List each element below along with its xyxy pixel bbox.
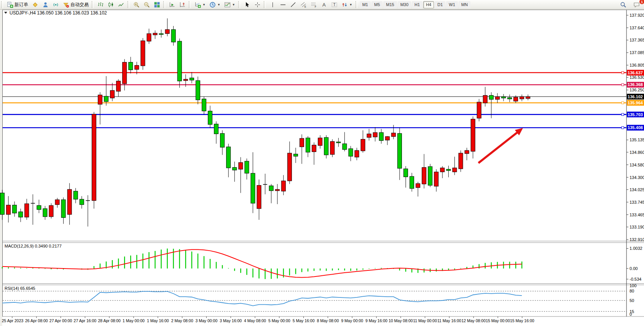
tile-windows-button[interactable] [152, 1, 162, 9]
toolbar-grip[interactable] [264, 1, 266, 8]
channel-button[interactable]: E [299, 1, 308, 9]
time-tick-label: 15 May 00:00 [486, 318, 510, 323]
candle [49, 203, 53, 219]
toolbar-grip[interactable] [189, 1, 191, 8]
arrows-button[interactable]: ▼ [340, 1, 354, 9]
timeframe-button-h1[interactable]: H1 [412, 1, 422, 8]
price-tick-label: 133.190 [630, 225, 644, 229]
toolbar-grip[interactable] [128, 1, 129, 8]
metaeditor-button[interactable] [30, 1, 40, 9]
hline-handle[interactable] [622, 83, 624, 86]
toolbar-grip[interactable] [1, 1, 3, 8]
price-tick-label: 133.745 [630, 200, 644, 205]
hline-handle[interactable] [622, 113, 624, 116]
time-tick-label: 1 May 16:00 [147, 318, 169, 323]
community-button[interactable] [41, 1, 50, 9]
bar-chart-button[interactable] [96, 1, 105, 9]
line-chart-button[interactable] [116, 1, 126, 9]
vline-icon [269, 2, 276, 8]
svg-text:A: A [322, 2, 326, 8]
toolbar: 新订单自动交易▼▼▼EFAT▼M1M5M15M30H1H4D1W1MN1 [0, 0, 644, 10]
cursor-button[interactable] [242, 1, 252, 9]
tile-windows-icon [154, 2, 160, 8]
time-tick-label: 28 Apr 08:00 [98, 318, 121, 323]
time-tick-label: 27 Apr 00:00 [49, 318, 72, 323]
zoom-in-button[interactable] [132, 1, 141, 9]
mt4-window: 新订单自动交易▼▼▼EFAT▼M1M5M15M30H1H4D1W1MN1 137… [0, 0, 644, 326]
vline-button[interactable] [268, 1, 277, 9]
chat-icon [633, 2, 640, 8]
toolbar-group: ▼▼▼ [193, 0, 237, 10]
chevron-down-icon[interactable]: ▼ [349, 3, 352, 6]
bar-chart-icon [97, 2, 104, 8]
autotrading-button[interactable]: 自动交易 [61, 1, 90, 9]
chart-shift-button[interactable] [178, 1, 187, 9]
timeframe-button-w1[interactable]: W1 [446, 1, 458, 8]
zoom-out-button[interactable] [142, 1, 151, 9]
candle [177, 38, 182, 88]
arrows-icon [341, 2, 348, 8]
macd-axis-label: 1.0032 [630, 246, 642, 251]
price-tick-label: 137.920 [630, 13, 644, 18]
price-badge-136.368: 136.368 [627, 82, 644, 88]
chart-shift-icon [179, 2, 186, 8]
auto-scroll-button[interactable] [167, 1, 177, 9]
time-tick-label: 10 May 08:00 [389, 318, 413, 323]
time-tick-label: 12 May 08:00 [461, 318, 486, 323]
timeframe-button-mn[interactable]: MN [459, 1, 470, 8]
hline-handle[interactable] [622, 72, 624, 74]
hline-handle[interactable] [622, 126, 624, 129]
timeframe-button-m30[interactable]: M30 [398, 1, 411, 8]
price-tick-label: 134.300 [630, 175, 644, 180]
timeframe-button-d1[interactable]: D1 [435, 1, 445, 8]
candle [428, 164, 432, 187]
new-chart-button[interactable]: ▼ [193, 1, 207, 9]
toolbar-grip[interactable] [163, 1, 165, 8]
price-tick-label: 134.025 [630, 187, 644, 192]
hline-button[interactable] [278, 1, 288, 9]
price-tick-label: 135.135 [630, 137, 644, 142]
toolbar-grip[interactable] [238, 1, 240, 8]
svg-text:135.408: 135.408 [628, 125, 643, 130]
price-tick-label: 133.465 [630, 213, 644, 217]
label-button[interactable]: T [330, 1, 339, 9]
label-icon: T [331, 2, 338, 8]
autotrading-button-label: 自动交易 [70, 2, 89, 8]
timeframe-button-m15[interactable]: M15 [383, 1, 397, 8]
period-button[interactable]: ▼ [208, 1, 222, 9]
price-badge-135.964: 135.964 [627, 100, 644, 105]
fibonacci-button[interactable]: F [309, 1, 319, 9]
text-button[interactable]: A [319, 1, 329, 9]
cursor-icon [244, 2, 250, 8]
chevron-down-icon[interactable]: ▼ [202, 3, 206, 6]
autotrading-icon [63, 2, 69, 8]
crosshair-icon [254, 2, 261, 8]
time-tick-label: 1 May 00:00 [123, 318, 145, 323]
toolbar-grip[interactable] [92, 1, 94, 8]
signals-button[interactable] [51, 1, 61, 9]
indicators-button[interactable]: ▼ [223, 1, 237, 9]
chart-canvas[interactable]: 137.920137.640137.365137.085136.805136.5… [0, 10, 644, 326]
text-icon: A [321, 2, 327, 8]
svg-text:136.637: 136.637 [628, 70, 643, 75]
fibonacci-icon: F [311, 2, 317, 8]
hline-handle[interactable] [622, 102, 624, 104]
time-tick-label: 2 May 08:00 [171, 318, 193, 323]
timeframe-button-m1[interactable]: M1 [360, 1, 371, 8]
time-tick-label: 9 May 00:00 [341, 318, 363, 323]
timeframe-button-m5[interactable]: M5 [371, 1, 383, 8]
toolbar-group [131, 0, 162, 10]
search-button[interactable] [618, 1, 628, 9]
timeframe-button-h4[interactable]: H4 [423, 1, 434, 8]
candlestick-button[interactable] [106, 1, 116, 9]
toolbar-grip[interactable] [355, 1, 357, 8]
new-order-button[interactable]: 新订单 [5, 1, 30, 9]
chevron-down-icon[interactable]: ▼ [232, 3, 235, 6]
candle [459, 150, 463, 172]
chart-background [2, 10, 644, 326]
candle [324, 135, 328, 158]
crosshair-button[interactable] [253, 1, 262, 9]
toolbar-group: 新订单自动交易 [5, 0, 91, 10]
trendline-button[interactable] [289, 1, 298, 9]
chevron-down-icon[interactable]: ▼ [217, 3, 220, 6]
